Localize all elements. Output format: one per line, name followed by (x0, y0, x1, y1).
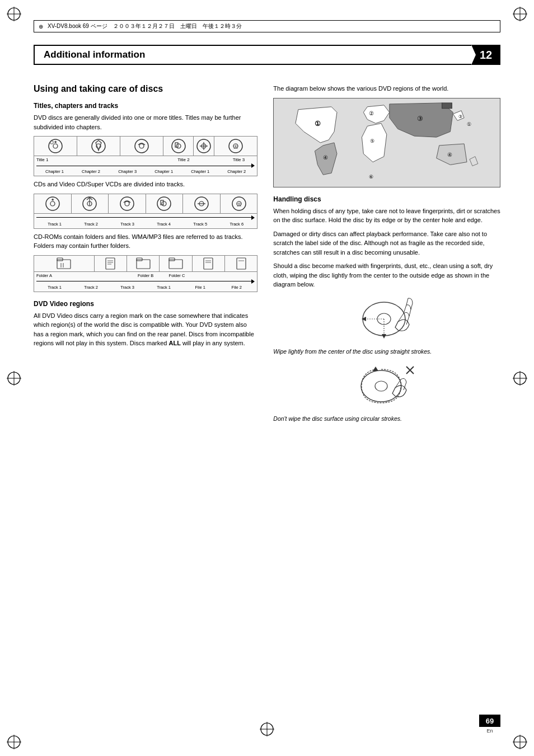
file-label-3: Track 3 (109, 285, 146, 290)
svg-text:④: ④ (324, 154, 329, 160)
chapter-title-box: Additional information (34, 45, 471, 65)
svg-point-37 (50, 201, 55, 206)
folder-label-c: Folder C (161, 273, 193, 278)
track-labels-row: Track 1 Track 2 Track 3 Track 4 Track 5 … (34, 222, 257, 228)
chapter-label-1: Chapter 1 (36, 169, 73, 174)
page: ⊕ XV-DV8.book 69 ページ ２００３年１２月２７日 土曜日 午後１… (0, 0, 534, 756)
svg-text:④: ④ (448, 151, 453, 157)
title-arrow-row (34, 163, 257, 168)
svg-rect-57 (106, 258, 115, 269)
svg-point-87 (375, 381, 387, 391)
top-bar-text: XV-DV8.book 69 ページ ２００３年１２月２７日 土曜日 午後１２時… (48, 22, 242, 30)
track-icon-4 (146, 194, 184, 213)
disc-icon-4 (163, 137, 194, 156)
track-label-3: Track 3 (109, 222, 146, 227)
page-number-box: 69 (479, 715, 500, 727)
svg-point-27 (176, 144, 181, 148)
page-number-area: 69 En (479, 715, 500, 734)
track-icon-1: ★ (34, 194, 72, 213)
chapter-labels-row: Chapter 1 Chapter 2 Chapter 3 Chapter 1 … (34, 169, 257, 176)
file-labels-row: Track 1 Track 2 Track 3 Track 1 File 1 F… (34, 285, 257, 292)
svg-point-42 (120, 197, 134, 210)
tracks-para-1: DVD discs are generally divided into one… (34, 113, 257, 132)
caption-2: Don't wipe the disc surface using circul… (273, 415, 500, 423)
file-label-4: Track 1 (146, 285, 182, 290)
tracks-para-2: CDs and Video CD/Super VCDs are divided … (34, 180, 257, 189)
file-label-2: Track 2 (73, 285, 109, 290)
folder-label-a: Folder A (36, 273, 99, 278)
svg-point-43 (125, 201, 129, 206)
svg-rect-79 (442, 102, 452, 108)
top-info-bar: ⊕ XV-DV8.book 69 ページ ２００３年１２月２７日 土曜日 午後１… (34, 20, 500, 32)
disc-icon-1: ★ (34, 137, 77, 156)
reg-mark-mr (512, 370, 528, 387)
svg-text:★: ★ (54, 140, 57, 144)
file-cell-3 (225, 256, 257, 271)
svg-text:③: ③ (417, 114, 423, 122)
track-label-4: Track 4 (146, 222, 182, 227)
track-label-5: Track 5 (182, 222, 218, 227)
title-label-3: Title 3 (221, 157, 257, 162)
right-column: The diagram below shows the various DVD … (273, 78, 500, 700)
svg-point-26 (172, 139, 185, 153)
track-arrow-row (34, 215, 257, 220)
file-cell-2 (193, 256, 225, 271)
reg-mark-br (512, 734, 528, 750)
chapter-number: 12 (480, 49, 492, 62)
all-text: ALL (168, 340, 180, 346)
file-label-6: File 2 (218, 285, 255, 290)
track-label-6: Track 6 (218, 222, 255, 227)
left-column: Using and taking care of discs Titles, c… (34, 78, 257, 700)
svg-text:①: ① (467, 121, 471, 127)
svg-point-25 (139, 144, 144, 148)
title-diagram: ★ 大 (34, 136, 257, 176)
svg-point-24 (135, 139, 148, 153)
chapter-label-5: Chapter 1 (182, 169, 218, 174)
svg-marker-83 (382, 334, 386, 339)
track-icon-5 (183, 194, 221, 213)
handling-para-2: Damaged or dirty discs can affect playba… (273, 229, 500, 257)
chapter-title: Additional information (44, 49, 145, 60)
svg-point-44 (157, 197, 171, 210)
top-bar-crosshair: ⊕ (39, 24, 43, 30)
svg-text:大: 大 (233, 144, 238, 149)
svg-text:大: 大 (237, 202, 241, 207)
title-labels-row: Title 1 Title 2 Title 3 (34, 156, 257, 162)
title-cells-row: ★ 大 (34, 137, 257, 156)
svg-point-19 (53, 144, 58, 148)
disc-wipe-illus-1-container (273, 294, 500, 344)
map-caption: The diagram below shows the various DVD … (273, 84, 500, 93)
handling-para-1: When holding discs of any type, take car… (273, 206, 500, 225)
svg-text:⑥: ⑥ (369, 174, 374, 180)
track-icon-2 (72, 194, 109, 213)
svg-text:①: ① (315, 120, 321, 128)
svg-point-86 (361, 370, 401, 402)
reg-mark-ml (6, 370, 22, 387)
title-label-1: Title 1 (34, 157, 147, 162)
chapter-label-6: Chapter 2 (218, 169, 255, 174)
track-label-1: Track 1 (36, 222, 73, 227)
folder-c-cell (160, 256, 192, 271)
svg-marker-85 (362, 317, 366, 321)
page-number: 69 (486, 717, 494, 725)
folder-b-cell (127, 256, 160, 271)
track-label-2: Track 2 (73, 222, 109, 227)
disc-icon-5 (194, 137, 214, 156)
reg-mark-tr (512, 6, 528, 22)
disc-icon-2 (77, 137, 120, 156)
subsec-title-tracks: Titles, chapters and tracks (34, 102, 257, 110)
svg-text:★: ★ (51, 198, 54, 201)
folder-a-cell (34, 256, 95, 271)
folder-cells-row (34, 256, 257, 272)
chapter-label-3: Chapter 3 (109, 169, 146, 174)
page-lang: En (486, 728, 493, 734)
chapter-header: Additional information 12 (34, 45, 500, 65)
disc-wipe-illus-1 (353, 294, 420, 344)
disc-icon-6: 大 (214, 137, 257, 156)
bottom-center-reg (260, 722, 274, 738)
world-map-container: ① ④ ② ⑤ ③ ④ ③ ① ⑥ (273, 98, 500, 187)
reg-mark-bl (6, 734, 22, 750)
svg-rect-68 (237, 258, 246, 269)
disc-icon-3 (120, 137, 163, 156)
chapter-label-4: Chapter 1 (146, 169, 182, 174)
